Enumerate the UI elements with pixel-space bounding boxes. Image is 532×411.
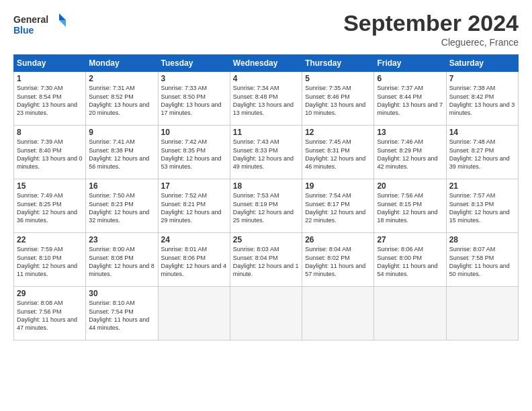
day-info: Sunrise: 7:42 AMSunset: 8:35 PMDaylight:… (161, 138, 227, 171)
day-number: 27 (377, 235, 443, 244)
day-cell: 23 Sunrise: 8:00 AMSunset: 8:08 PMDaylig… (86, 233, 158, 287)
day-cell: 7 Sunrise: 7:38 AMSunset: 8:42 PMDayligh… (446, 72, 518, 126)
day-cell: 30 Sunrise: 8:10 AMSunset: 7:54 PMDaylig… (86, 287, 158, 340)
day-cell: 12 Sunrise: 7:45 AMSunset: 8:31 PMDaylig… (302, 126, 374, 179)
calendar-table: Sunday Monday Tuesday Wednesday Thursday… (13, 54, 519, 340)
day-number: 7 (449, 74, 515, 83)
week-row: 1 Sunrise: 7:30 AMSunset: 8:54 PMDayligh… (14, 72, 519, 126)
location: Cleguerec, France (343, 37, 519, 48)
day-info: Sunrise: 7:54 AMSunset: 8:17 PMDaylight:… (305, 191, 371, 224)
header: General Blue September 2024 Cleguerec, F… (13, 11, 519, 48)
day-cell: 8 Sunrise: 7:39 AMSunset: 8:40 PMDayligh… (14, 126, 86, 179)
day-info: Sunrise: 7:56 AMSunset: 8:15 PMDaylight:… (377, 191, 443, 224)
day-number: 24 (161, 235, 227, 244)
day-cell: 15 Sunrise: 7:49 AMSunset: 8:25 PMDaylig… (14, 179, 86, 233)
day-info: Sunrise: 7:59 AMSunset: 8:10 PMDaylight:… (17, 245, 83, 278)
day-number: 1 (17, 74, 83, 83)
day-number: 6 (377, 74, 443, 83)
day-number: 9 (89, 128, 154, 137)
day-info: Sunrise: 7:49 AMSunset: 8:25 PMDaylight:… (17, 191, 83, 224)
day-info: Sunrise: 7:30 AMSunset: 8:54 PMDaylight:… (17, 84, 83, 117)
day-number: 19 (305, 181, 371, 191)
day-cell (446, 287, 518, 340)
day-number: 22 (17, 235, 83, 244)
col-friday: Friday (374, 55, 446, 72)
week-row: 29 Sunrise: 8:08 AMSunset: 7:56 PMDaylig… (14, 287, 519, 340)
day-info: Sunrise: 7:43 AMSunset: 8:33 PMDaylight:… (233, 138, 299, 171)
day-cell: 10 Sunrise: 7:42 AMSunset: 8:35 PMDaylig… (158, 126, 230, 179)
day-info: Sunrise: 7:48 AMSunset: 8:27 PMDaylight:… (449, 138, 515, 171)
day-number: 21 (449, 181, 515, 191)
day-number: 12 (305, 128, 371, 137)
day-cell: 14 Sunrise: 7:48 AMSunset: 8:27 PMDaylig… (446, 126, 518, 179)
day-info: Sunrise: 7:38 AMSunset: 8:42 PMDaylight:… (449, 84, 515, 117)
week-row: 8 Sunrise: 7:39 AMSunset: 8:40 PMDayligh… (14, 126, 519, 179)
day-number: 4 (233, 74, 299, 83)
svg-text:Blue: Blue (13, 25, 34, 36)
day-info: Sunrise: 7:50 AMSunset: 8:23 PMDaylight:… (89, 191, 154, 224)
day-cell: 27 Sunrise: 8:06 AMSunset: 8:00 PMDaylig… (374, 233, 446, 287)
logo-svg: General Blue (13, 11, 67, 38)
day-info: Sunrise: 8:08 AMSunset: 7:56 PMDaylight:… (17, 299, 83, 332)
day-number: 29 (17, 289, 83, 298)
day-number: 28 (449, 235, 515, 244)
col-monday: Monday (86, 55, 158, 72)
day-cell: 29 Sunrise: 8:08 AMSunset: 7:56 PMDaylig… (14, 287, 86, 340)
day-cell (374, 287, 446, 340)
day-number: 23 (89, 235, 154, 244)
day-info: Sunrise: 8:01 AMSunset: 8:06 PMDaylight:… (161, 245, 227, 278)
col-thursday: Thursday (302, 55, 374, 72)
logo: General Blue (13, 11, 67, 38)
day-number: 20 (377, 181, 443, 191)
day-cell: 28 Sunrise: 8:07 AMSunset: 7:58 PMDaylig… (446, 233, 518, 287)
day-info: Sunrise: 7:57 AMSunset: 8:13 PMDaylight:… (449, 191, 515, 224)
day-info: Sunrise: 8:07 AMSunset: 7:58 PMDaylight:… (449, 245, 515, 278)
day-number: 3 (161, 74, 227, 83)
day-cell: 24 Sunrise: 8:01 AMSunset: 8:06 PMDaylig… (158, 233, 230, 287)
day-info: Sunrise: 8:00 AMSunset: 8:08 PMDaylight:… (89, 245, 154, 278)
day-info: Sunrise: 8:04 AMSunset: 8:02 PMDaylight:… (305, 245, 371, 278)
day-cell: 13 Sunrise: 7:46 AMSunset: 8:29 PMDaylig… (374, 126, 446, 179)
svg-text:General: General (13, 14, 48, 25)
day-info: Sunrise: 7:31 AMSunset: 8:52 PMDaylight:… (89, 84, 154, 117)
day-cell: 20 Sunrise: 7:56 AMSunset: 8:15 PMDaylig… (374, 179, 446, 233)
day-cell: 22 Sunrise: 7:59 AMSunset: 8:10 PMDaylig… (14, 233, 86, 287)
day-info: Sunrise: 7:45 AMSunset: 8:31 PMDaylight:… (305, 138, 371, 171)
page: General Blue September 2024 Cleguerec, F… (0, 0, 532, 411)
day-cell: 16 Sunrise: 7:50 AMSunset: 8:23 PMDaylig… (86, 179, 158, 233)
col-tuesday: Tuesday (158, 55, 230, 72)
col-wednesday: Wednesday (230, 55, 302, 72)
day-info: Sunrise: 7:34 AMSunset: 8:48 PMDaylight:… (233, 84, 299, 117)
day-number: 14 (449, 128, 515, 137)
day-number: 30 (89, 289, 154, 298)
title-block: September 2024 Cleguerec, France (343, 11, 519, 48)
day-info: Sunrise: 7:37 AMSunset: 8:44 PMDaylight:… (377, 84, 443, 117)
day-number: 17 (161, 181, 227, 191)
day-cell (158, 287, 230, 340)
day-cell (230, 287, 302, 340)
day-cell: 17 Sunrise: 7:52 AMSunset: 8:21 PMDaylig… (158, 179, 230, 233)
day-number: 15 (17, 181, 83, 191)
day-number: 26 (305, 235, 371, 244)
day-cell: 6 Sunrise: 7:37 AMSunset: 8:44 PMDayligh… (374, 72, 446, 126)
day-cell: 26 Sunrise: 8:04 AMSunset: 8:02 PMDaylig… (302, 233, 374, 287)
day-info: Sunrise: 8:06 AMSunset: 8:00 PMDaylight:… (377, 245, 443, 278)
week-row: 15 Sunrise: 7:49 AMSunset: 8:25 PMDaylig… (14, 179, 519, 233)
day-number: 5 (305, 74, 371, 83)
svg-marker-2 (59, 13, 66, 20)
day-info: Sunrise: 8:03 AMSunset: 8:04 PMDaylight:… (233, 245, 299, 278)
day-cell: 4 Sunrise: 7:34 AMSunset: 8:48 PMDayligh… (230, 72, 302, 126)
day-cell: 21 Sunrise: 7:57 AMSunset: 8:13 PMDaylig… (446, 179, 518, 233)
day-info: Sunrise: 7:53 AMSunset: 8:19 PMDaylight:… (233, 191, 299, 224)
day-number: 2 (89, 74, 154, 83)
day-number: 18 (233, 181, 299, 191)
day-cell: 11 Sunrise: 7:43 AMSunset: 8:33 PMDaylig… (230, 126, 302, 179)
week-row: 22 Sunrise: 7:59 AMSunset: 8:10 PMDaylig… (14, 233, 519, 287)
day-cell: 2 Sunrise: 7:31 AMSunset: 8:52 PMDayligh… (86, 72, 158, 126)
svg-marker-3 (59, 20, 66, 27)
day-info: Sunrise: 8:10 AMSunset: 7:54 PMDaylight:… (89, 299, 154, 332)
day-number: 8 (17, 128, 83, 137)
day-number: 16 (89, 181, 154, 191)
day-info: Sunrise: 7:52 AMSunset: 8:21 PMDaylight:… (161, 191, 227, 224)
day-number: 10 (161, 128, 227, 137)
